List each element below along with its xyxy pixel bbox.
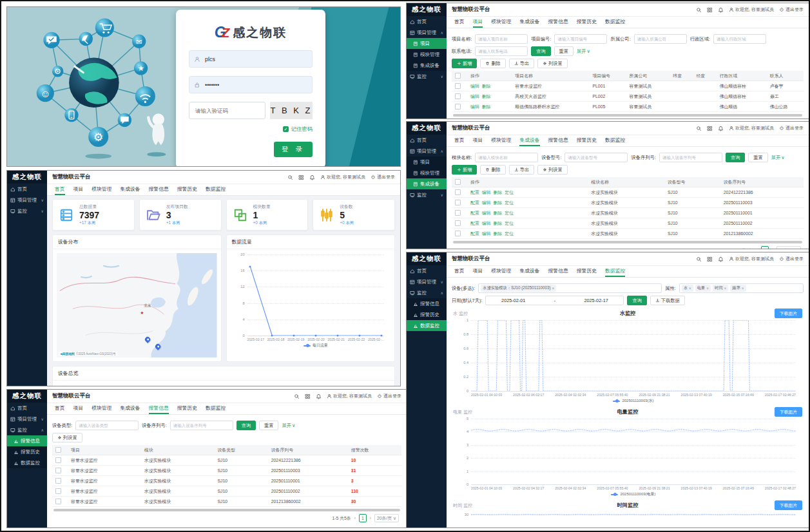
row-action-定位[interactable]: 定位 [505, 211, 514, 215]
row-checkbox[interactable] [455, 200, 461, 205]
page-size-select[interactable]: 20条/页∨ [374, 514, 399, 522]
date-range-picker[interactable]: 2025-02-01-2025-02-17 [485, 296, 624, 305]
row-checkbox[interactable] [455, 104, 461, 109]
logout-button[interactable]: 退出登录 [371, 174, 395, 180]
password-input[interactable] [204, 81, 307, 89]
search-icon[interactable] [696, 126, 702, 131]
reset-button[interactable]: 重置 [259, 421, 278, 430]
row-action-删除[interactable]: 删除 [494, 231, 503, 236]
tab-数据监控[interactable]: 数据监控 [206, 403, 226, 414]
filter-input-1[interactable] [564, 153, 628, 162]
row-action-删除[interactable]: 删除 [482, 94, 491, 99]
sidebar-item-项目管理[interactable]: 项目管理∧ [407, 27, 447, 38]
sidebar-item-监控[interactable]: 监控∨ [407, 71, 447, 82]
sidebar-item-集成设备[interactable]: 集成设备 [407, 60, 447, 71]
row-action-编辑[interactable]: 编辑 [470, 104, 479, 109]
remove-tag-icon[interactable]: × [724, 286, 727, 290]
tab-项目[interactable]: 项目 [73, 184, 84, 195]
row-action-配置[interactable]: 配置 [470, 211, 479, 215]
search-button[interactable]: 查询 [531, 46, 550, 56]
sidebar-item-项目管理[interactable]: 项目管理∨ [7, 195, 47, 205]
tab-模块管理[interactable]: 模块管理 [491, 266, 511, 277]
beijing-marker-icon[interactable]: ★ [140, 310, 144, 315]
row-checkbox[interactable] [455, 231, 461, 236]
login-button[interactable]: 登 录 [274, 142, 313, 157]
row-action-编辑[interactable]: 编辑 [482, 200, 491, 205]
sidebar-item-项目[interactable]: 项目 [407, 157, 447, 167]
row-checkbox[interactable] [55, 478, 61, 484]
row-action-删除[interactable]: 删除 [482, 104, 491, 109]
tab-报警历史[interactable]: 报警历史 [177, 184, 197, 195]
password-field[interactable] [189, 76, 313, 93]
tab-报警信息[interactable]: 报警信息 [548, 266, 568, 277]
column-settings-button[interactable]: 列设置 [52, 433, 82, 442]
sidebar-item-报警信息[interactable]: 报警信息 [407, 298, 447, 309]
bell-icon[interactable] [316, 394, 322, 399]
sidebar-item-数据监控[interactable]: 数据监控 [7, 457, 47, 468]
logout-button[interactable]: 退出登录 [377, 393, 401, 399]
tab-项目[interactable]: 项目 [73, 403, 84, 414]
bell-icon[interactable] [718, 126, 724, 131]
row-checkbox[interactable] [455, 83, 461, 89]
apps-icon[interactable] [707, 126, 713, 131]
tab-集成设备[interactable]: 集成设备 [519, 135, 539, 146]
apps-icon[interactable] [305, 394, 311, 399]
filter-input-1[interactable] [170, 421, 233, 430]
remove-tag-icon[interactable]: × [689, 286, 691, 290]
next-page-button[interactable]: › [370, 516, 371, 520]
sidebar-item-首页[interactable]: 首页 [407, 135, 447, 146]
horizontal-scrollbar[interactable] [453, 241, 802, 243]
row-action-定位[interactable]: 定位 [505, 190, 514, 195]
row-action-编辑[interactable]: 编辑 [470, 84, 479, 88]
remove-tag-icon[interactable]: × [706, 286, 709, 290]
attribute-multiselect[interactable]: 水×电量×时间×频率× [679, 283, 804, 293]
row-action-配置[interactable]: 配置 [470, 200, 479, 205]
download-image-button[interactable]: 下载图片 [775, 500, 802, 510]
sidebar-item-报警信息[interactable]: 报警信息 [7, 435, 47, 446]
row-action-删除[interactable]: 删除 [494, 211, 503, 215]
filter-input-4[interactable] [475, 46, 528, 56]
row-checkbox[interactable] [55, 468, 61, 473]
row-action-删除[interactable]: 删除 [494, 221, 503, 225]
sidebar-item-模块管理[interactable]: 模块管理 [407, 49, 447, 60]
tab-首页[interactable]: 首页 [454, 135, 465, 146]
delete-button[interactable]: 删除 [480, 165, 505, 175]
horizontal-scrollbar[interactable] [453, 114, 802, 117]
reset-button[interactable]: 重置 [748, 153, 767, 162]
reset-button[interactable]: 重置 [554, 46, 574, 56]
tab-报警信息[interactable]: 报警信息 [548, 17, 568, 28]
remember-checkbox[interactable]: ✓ [283, 126, 289, 132]
tab-数据监控[interactable]: 数据监控 [605, 17, 625, 28]
filter-input-1[interactable] [554, 34, 607, 44]
select-all-checkbox[interactable] [455, 73, 461, 79]
tab-集成设备[interactable]: 集成设备 [120, 184, 140, 195]
search-icon[interactable] [287, 175, 293, 180]
expand-link[interactable]: 展开 ∨ [282, 423, 295, 429]
expand-link[interactable]: 展开 ∨ [577, 48, 590, 55]
sidebar-item-首页[interactable]: 首页 [7, 403, 47, 413]
sidebar-item-集成设备[interactable]: 集成设备 [407, 178, 447, 189]
filter-input-2[interactable] [659, 153, 722, 162]
current-page[interactable]: 1 [761, 246, 769, 249]
prev-page-button[interactable]: ‹ [757, 248, 758, 249]
tab-报警历史[interactable]: 报警历史 [577, 135, 597, 146]
tab-报警信息[interactable]: 报警信息 [548, 135, 568, 146]
apps-icon[interactable] [707, 7, 713, 13]
username-input[interactable] [204, 55, 307, 63]
search-button[interactable]: 查询 [236, 421, 256, 430]
tab-报警历史[interactable]: 报警历史 [577, 266, 597, 277]
tab-首页[interactable]: 首页 [454, 266, 465, 277]
sidebar-item-项目管理[interactable]: 项目管理∧ [407, 146, 447, 157]
delete-button[interactable]: 删除 [480, 59, 505, 68]
row-action-删除[interactable]: 删除 [494, 190, 503, 195]
row-action-删除[interactable]: 删除 [482, 84, 491, 88]
row-action-编辑[interactable]: 编辑 [482, 190, 491, 195]
tab-数据监控[interactable]: 数据监控 [605, 135, 625, 146]
download-image-button[interactable]: 下载图片 [775, 309, 802, 318]
tab-项目[interactable]: 项目 [473, 135, 483, 146]
row-checkbox[interactable] [55, 488, 61, 494]
captcha-image[interactable]: T B K Z [270, 102, 313, 119]
add-button[interactable]: 新增 [452, 59, 477, 68]
logout-button[interactable]: 退出登录 [779, 6, 804, 13]
filter-input-3[interactable] [713, 34, 766, 44]
